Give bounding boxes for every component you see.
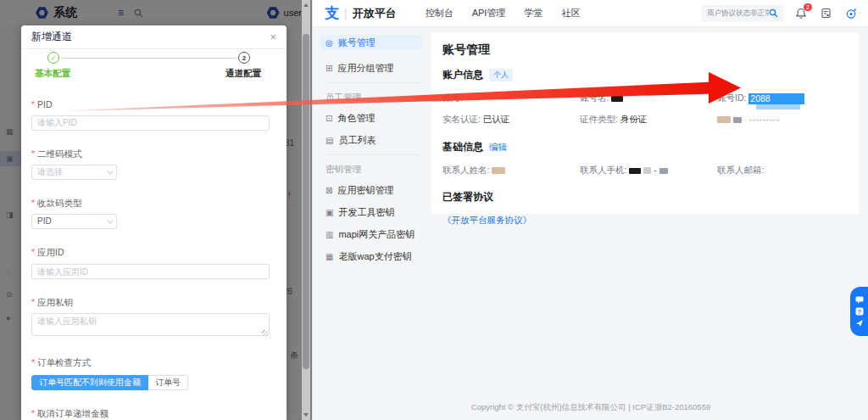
nav-community[interactable]: 社区 bbox=[561, 7, 580, 20]
mapi-keys-icon: ▥ bbox=[326, 230, 333, 239]
chat-icon[interactable] bbox=[855, 296, 864, 304]
app-id-label: 应用ID bbox=[31, 247, 270, 259]
header-search-input[interactable]: 商户协议状态非正常状态 bbox=[702, 5, 783, 22]
wap-keys-icon: ▦ bbox=[326, 252, 333, 261]
order-check-option-orderno[interactable]: 订单号 bbox=[148, 375, 188, 390]
sidebar-item-role-management[interactable]: ⊡ 角色管理 bbox=[320, 110, 422, 126]
sidebar-label: 应用分组管理 bbox=[337, 62, 393, 75]
step1-check-icon: ✓ bbox=[47, 52, 59, 64]
send-icon[interactable] bbox=[855, 319, 864, 328]
sidebar-label: 开发工具密钥 bbox=[338, 206, 394, 219]
close-icon[interactable]: × bbox=[270, 31, 276, 43]
redacted-value bbox=[717, 116, 731, 123]
add-channel-modal: 新增通道 × ✓ 2 基本配置 通道配置 PID 二维码模式 请选择 bbox=[21, 25, 287, 420]
app-keys-icon: ⊠ bbox=[326, 186, 332, 195]
step1-label: 基本配置 bbox=[35, 68, 70, 80]
dev-keys-icon: ▣ bbox=[326, 208, 333, 217]
alipay-open-platform-window: 支 | 开放平台 控制台 API管理 学堂 社区 商户协议状态非正常状态 2 bbox=[312, 0, 868, 420]
cert-type-field: 证件类型: 身份证 bbox=[580, 114, 717, 126]
left-admin-window: 系统 ≡ user ▦ ▣ ◨ ◌ ⊜ ● 31 ! 26 条 bbox=[0, 0, 312, 420]
sidebar-item-dev-keys[interactable]: ▣ 开发工具密钥 bbox=[320, 204, 422, 220]
sidebar-label: 老版wap支付密钥 bbox=[338, 250, 411, 263]
redacted-value bbox=[465, 96, 481, 102]
scrollbar-up-arrow[interactable] bbox=[303, 3, 309, 7]
alipay-logo: 支 bbox=[325, 3, 339, 23]
redacted-value bbox=[659, 168, 668, 174]
order-check-label: 订单检查方式 bbox=[31, 357, 270, 369]
question-icon[interactable]: ? bbox=[855, 307, 864, 316]
app-group-icon: ⊞ bbox=[326, 64, 332, 73]
stepper: ✓ 2 基本配置 通道配置 bbox=[31, 51, 270, 81]
account-name-field: 账号名: bbox=[580, 92, 717, 104]
app-key-textarea[interactable] bbox=[31, 313, 270, 336]
scrollbar-thumb[interactable] bbox=[303, 34, 309, 369]
search-query-text: 商户协议状态非正常状态 bbox=[707, 8, 769, 19]
pid-label: PID bbox=[31, 99, 270, 109]
stepper-line bbox=[62, 58, 236, 59]
logo-divider: | bbox=[344, 7, 348, 20]
document-icon[interactable] bbox=[821, 8, 832, 19]
account-info-title: 账户信息 bbox=[442, 68, 483, 82]
top-nav: 控制台 API管理 学堂 社区 bbox=[426, 7, 581, 20]
sidebar-item-mapi-keys[interactable]: ▥ mapi网关产品密钥 bbox=[320, 227, 422, 242]
sidebar-label: 账号管理 bbox=[338, 36, 376, 49]
code-type-label: 收款码类型 bbox=[31, 198, 270, 210]
search-icon[interactable] bbox=[769, 8, 778, 18]
page-title: 账号管理 bbox=[442, 42, 847, 58]
sidebar-item-app-keys[interactable]: ⊠ 应用密钥管理 bbox=[320, 182, 422, 198]
cert-number-field: ········· bbox=[717, 114, 847, 126]
redacted-value bbox=[492, 167, 505, 174]
account-management-card: 账号管理 账户信息 个人 账号: 账号名: 账号ID: bbox=[431, 32, 859, 214]
nav-academy[interactable]: 学堂 bbox=[524, 7, 542, 20]
chevron-down-icon bbox=[107, 168, 113, 174]
notification-bell-icon[interactable]: 2 bbox=[795, 8, 807, 20]
platform-sidebar: ◎ 账号管理 ⊞ 应用分组管理 员工管理 ⊡ 角色管理 ▤ 员工列表 bbox=[313, 27, 430, 420]
sidebar-label: mapi网关产品密钥 bbox=[338, 228, 415, 241]
qr-mode-placeholder: 请选择 bbox=[37, 166, 63, 178]
redacted-value bbox=[611, 96, 623, 102]
platform-brand: 开放平台 bbox=[353, 6, 397, 21]
notification-count-badge: 2 bbox=[804, 3, 812, 11]
realname-auth-field: 实名认证: 已认证 bbox=[442, 114, 580, 126]
floating-help-widget[interactable]: ? bbox=[850, 287, 868, 336]
nav-api[interactable]: API管理 bbox=[472, 7, 506, 20]
chevron-down-icon bbox=[107, 217, 113, 223]
code-type-value: PID bbox=[37, 216, 52, 226]
account-center-icon[interactable] bbox=[845, 8, 857, 20]
svg-text:?: ? bbox=[858, 308, 861, 314]
modal-header: 新增通道 × bbox=[21, 25, 287, 49]
nav-console[interactable]: 控制台 bbox=[426, 7, 453, 20]
sidebar-item-staff-list[interactable]: ▤ 员工列表 bbox=[320, 132, 422, 148]
edit-link[interactable]: 编辑 bbox=[489, 142, 507, 154]
redacted-value bbox=[629, 168, 641, 174]
platform-header: 支 | 开放平台 控制台 API管理 学堂 社区 商户协议状态非正常状态 2 bbox=[313, 0, 868, 27]
modal-title: 新增通道 bbox=[31, 30, 72, 44]
account-id-field: 账号ID: 2088 bbox=[717, 92, 847, 104]
contact-phone-field: 联系人手机: - bbox=[580, 165, 717, 176]
order-check-option-amount[interactable]: 订单号匹配不到则使用金额 bbox=[31, 375, 148, 390]
sidebar-section-keys: 密钥管理 bbox=[326, 164, 417, 176]
role-icon: ⊡ bbox=[326, 114, 332, 123]
personal-badge: 个人 bbox=[489, 69, 513, 81]
qr-mode-select[interactable]: 请选择 bbox=[31, 165, 117, 180]
app-id-input[interactable] bbox=[31, 264, 270, 279]
signed-agreements-title: 已签署协议 bbox=[442, 190, 493, 204]
left-window-scrollbar[interactable] bbox=[302, 0, 310, 420]
step2-label: 通道配置 bbox=[225, 68, 261, 80]
service-agreement-link[interactable]: 《开放平台服务协议》 bbox=[442, 215, 531, 227]
qr-mode-label: 二维码模式 bbox=[31, 148, 270, 160]
sidebar-divider bbox=[323, 82, 420, 83]
modal-body: ✓ 2 基本配置 通道配置 PID 二维码模式 请选择 收款码类型 PID bbox=[21, 51, 287, 420]
pid-input[interactable] bbox=[31, 115, 270, 131]
app-key-label: 应用私钥 bbox=[31, 297, 270, 309]
cancel-increment-label: 取消订单递增金额 bbox=[31, 408, 270, 420]
contact-email-field: 联系人邮箱: bbox=[717, 165, 847, 176]
sidebar-label: 应用密钥管理 bbox=[337, 184, 393, 197]
scrollbar-down-arrow[interactable] bbox=[303, 413, 309, 417]
sidebar-item-app-group[interactable]: ⊞ 应用分组管理 bbox=[320, 60, 422, 76]
sidebar-item-account-management[interactable]: ◎ 账号管理 bbox=[320, 35, 422, 50]
contact-name-field: 联系人姓名: bbox=[442, 165, 580, 176]
sidebar-item-wap-keys[interactable]: ▦ 老版wap支付密钥 bbox=[320, 249, 422, 264]
code-type-select[interactable]: PID bbox=[31, 214, 117, 229]
sidebar-divider bbox=[323, 154, 420, 155]
